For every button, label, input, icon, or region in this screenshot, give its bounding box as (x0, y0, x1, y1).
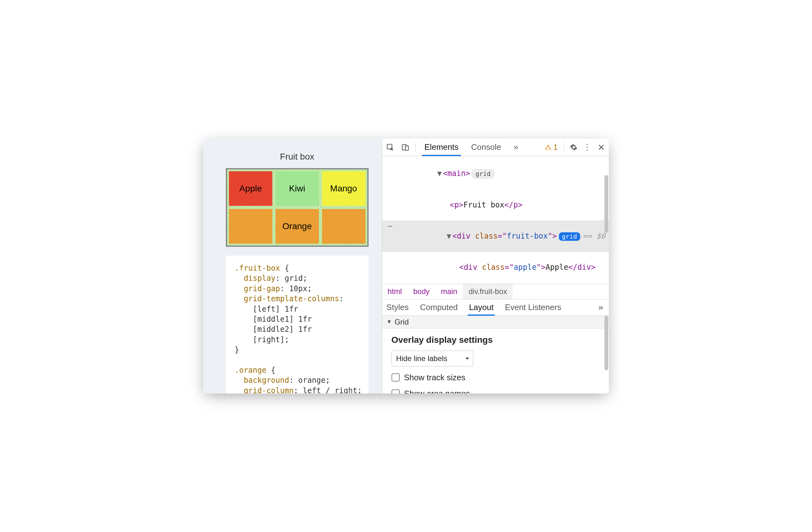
subtab-styles[interactable]: Styles (385, 299, 410, 316)
grid-badge[interactable]: grid (472, 169, 494, 179)
fruit-box-container: Apple Kiwi Mango Orange (226, 168, 368, 247)
cell-orange-3 (322, 209, 365, 244)
dom-node-p[interactable]: <p>Fruit box</p> (382, 189, 609, 220)
devtools-toolbar: Elements Console » 1 ⋮ (382, 139, 609, 156)
css-snippet: .fruit-box { display: grid; grid-gap: 10… (226, 256, 368, 393)
page-title: Fruit box (226, 152, 368, 162)
kebab-menu-icon[interactable]: ⋮ (581, 142, 594, 152)
device-toggle-icon[interactable] (398, 140, 412, 154)
line-labels-select[interactable]: Hide line labels (392, 351, 473, 366)
crumb-main[interactable]: main (435, 284, 463, 299)
subtab-layout[interactable]: Layout (468, 299, 495, 316)
selected-node-indicator: == $0 (583, 232, 605, 240)
tab-console[interactable]: Console (465, 139, 507, 156)
subtab-computed[interactable]: Computed (419, 299, 459, 316)
dom-node-fruitbox[interactable]: ▼<div class="fruit-box">grid== $0 (382, 220, 609, 252)
crumb-html[interactable]: html (382, 284, 408, 299)
toolbar-divider (564, 142, 564, 152)
checkbox-area-names[interactable] (392, 389, 400, 393)
subtab-events[interactable]: Event Listeners (504, 299, 562, 316)
scrollbar[interactable] (605, 175, 608, 280)
subtab-overflow[interactable]: » (598, 302, 603, 312)
css-selector: .fruit-box (235, 264, 280, 272)
tab-overflow[interactable]: » (508, 139, 524, 156)
scrollbar[interactable] (605, 316, 608, 393)
crumb-body[interactable]: body (408, 284, 435, 299)
label-track-sizes: Show track sizes (404, 373, 465, 382)
devtools-window: Fruit box Apple Kiwi Mango Orange .fruit… (203, 139, 609, 393)
toolbar-divider (416, 142, 416, 152)
checkbox-track-sizes[interactable] (392, 373, 400, 381)
cell-orange-1 (229, 209, 272, 244)
inspect-icon[interactable] (383, 140, 397, 154)
grid-section-title: Grid (394, 318, 408, 326)
breadcrumb: html body main div.fruit-box (382, 284, 609, 299)
warning-count: 1 (553, 143, 557, 152)
svg-rect-2 (405, 146, 408, 150)
warning-badge[interactable]: 1 (541, 143, 561, 152)
dom-tree[interactable]: ▼<main>grid <p>Fruit box</p> ▼<div class… (382, 156, 609, 284)
cell-mango: Mango (322, 171, 365, 206)
grid-badge-active[interactable]: grid (559, 232, 580, 241)
layout-panel: ▼ Grid Overlay display settings Hide lin… (382, 316, 609, 393)
close-icon[interactable] (595, 143, 608, 151)
cell-apple: Apple (229, 171, 272, 206)
dom-node-main[interactable]: ▼<main>grid (382, 158, 609, 189)
dom-node-apple[interactable]: <div class="apple">Apple</div> (382, 252, 609, 283)
overlay-settings-title: Overlay display settings (392, 335, 599, 345)
gear-icon[interactable] (567, 143, 580, 151)
cell-orange-2: Orange (275, 209, 319, 244)
page-preview-pane: Fruit box Apple Kiwi Mango Orange .fruit… (203, 139, 382, 393)
devtools-pane: Elements Console » 1 ⋮ ▼<main>grid <p> (382, 139, 609, 393)
line-labels-select-value: Hide line labels (396, 354, 448, 363)
tab-elements[interactable]: Elements (419, 139, 464, 156)
grid-section-header[interactable]: ▼ Grid (382, 316, 609, 328)
cell-kiwi: Kiwi (275, 171, 319, 206)
crumb-fruitbox[interactable]: div.fruit-box (463, 284, 512, 299)
css-selector: .orange (235, 366, 266, 375)
label-area-names: Show area names (404, 389, 470, 393)
styles-subtabs: Styles Computed Layout Event Listeners » (382, 299, 609, 316)
chevron-down-icon: ▼ (387, 319, 392, 325)
fruit-grid: Apple Kiwi Mango Orange (229, 171, 365, 244)
